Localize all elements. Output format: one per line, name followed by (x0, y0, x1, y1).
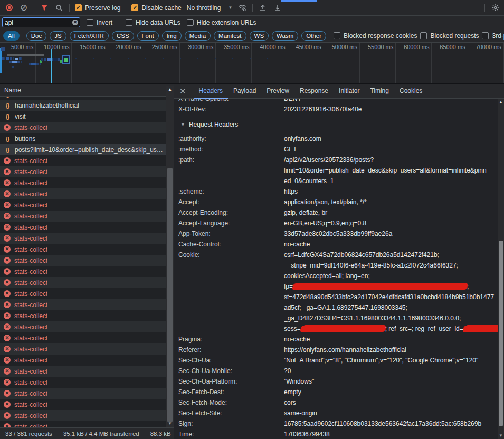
request-row[interactable]: ✕stats-collect (0, 310, 166, 321)
tab-initiator[interactable]: Initiator (334, 84, 365, 99)
request-row[interactable]: ✕stats-collect (0, 244, 166, 255)
request-row[interactable]: ✕stats-collect (0, 266, 166, 277)
clear-filter-icon[interactable]: ✕ (72, 20, 78, 25)
network-conditions-icon[interactable] (237, 3, 247, 13)
request-row[interactable]: ✕stats-collect (0, 122, 166, 133)
tab-headers[interactable]: Headers (194, 84, 228, 99)
search-icon[interactable] (54, 3, 64, 13)
filter-chip-img[interactable]: Img (162, 31, 182, 41)
filter-chip-css[interactable]: CSS (112, 31, 134, 41)
request-row[interactable]: ✕stats-collect (0, 343, 166, 355)
request-name: stats-collect (14, 224, 47, 231)
record-button[interactable] (4, 3, 14, 13)
request-row[interactable]: ✕stats-collect (0, 355, 166, 366)
filter-icon[interactable] (40, 3, 49, 13)
request-row[interactable]: {}visit (0, 111, 166, 122)
tab-cookies[interactable]: Cookies (394, 84, 427, 99)
tab-timing[interactable]: Timing (365, 84, 394, 99)
filter-chip-media[interactable]: Media (185, 31, 211, 41)
summary-divider (58, 430, 58, 437)
blocked-response-cookies-checkbox[interactable]: Blocked response cookies (334, 32, 417, 40)
filter-chip-js[interactable]: JS (50, 31, 66, 41)
request-row[interactable]: ✕stats-collect (0, 377, 166, 388)
scrollbar-thumb[interactable] (167, 168, 173, 422)
clear-icon[interactable]: ⊘ (19, 3, 28, 13)
request-headers-section[interactable]: ▼ Request Headers (178, 118, 504, 131)
request-row[interactable]: ✕stats-collect (0, 177, 166, 188)
header-name: X-Of-Rev: (178, 104, 284, 114)
filter-chip-wasm[interactable]: Wasm (272, 31, 298, 41)
filter-chip-manifest[interactable]: Manifest (214, 31, 246, 41)
preserve-log-checkbox[interactable]: Preserve log (75, 4, 120, 12)
request-row[interactable]: ✕stats-collect (0, 410, 166, 421)
request-row[interactable]: ✕stats-collect (0, 399, 166, 410)
scroll-down-icon[interactable]: ▼ (498, 433, 504, 438)
request-row[interactable]: {}posts?limit=10&order=publish_date_desc… (0, 144, 166, 155)
request-row[interactable]: ✕stats-collect (0, 388, 166, 399)
request-row[interactable]: ✕stats-collect (0, 332, 166, 343)
filter-chip-other[interactable]: Other (301, 31, 326, 41)
header-value: no-cache (284, 239, 498, 250)
tab-preview[interactable]: Preview (261, 84, 294, 99)
close-icon[interactable]: ✕ (179, 87, 186, 96)
disable-cache-checkbox[interactable]: Disable cache (131, 4, 181, 12)
request-row[interactable]: ✕stats-collect (0, 255, 166, 266)
request-row[interactable]: {}hannahelizabethofficial (0, 100, 166, 111)
request-row[interactable]: ✕stats-collect (0, 321, 166, 332)
json-icon: {} (4, 136, 11, 142)
waterfall-bar (47, 58, 51, 61)
filter-field: ✕ (2, 17, 80, 27)
third-party-requests-checkbox[interactable]: 3rd-party requests (482, 32, 504, 40)
request-row[interactable]: ✕stats-collect (0, 155, 166, 166)
toolbar-divider (126, 4, 126, 12)
filter-chip-all[interactable]: All (3, 31, 20, 41)
scrollbar-thumb[interactable] (499, 241, 503, 426)
blocked-requests-checkbox[interactable]: Blocked requests (420, 32, 479, 40)
timeline-column: 30000 ms (180, 43, 216, 83)
waterfall-bar (36, 63, 39, 65)
request-row[interactable]: ✕stats-collect (0, 211, 166, 222)
settings-gear-icon[interactable] (490, 3, 500, 13)
request-row[interactable]: ✕stats-collect (0, 277, 166, 288)
filter-chip-font[interactable]: Font (137, 31, 159, 41)
scroll-down-icon[interactable]: ▼ (166, 421, 174, 426)
filter-chip-fetch-xhr[interactable]: Fetch/XHR (70, 31, 109, 41)
invert-checkbox[interactable]: Invert (87, 19, 112, 26)
request-row[interactable]: ✕stats-collect (0, 288, 166, 299)
request-row[interactable]: ✕stats-collect (0, 222, 166, 233)
filter-chip-ws[interactable]: WS (250, 31, 269, 41)
request-row[interactable]: {}buttons (0, 133, 166, 144)
export-har-icon[interactable] (273, 3, 282, 13)
request-row[interactable]: ✕stats-collect (0, 166, 166, 177)
tab-response[interactable]: Response (294, 84, 334, 99)
preserve-log-label: Preserve log (85, 4, 120, 12)
hide-data-urls-checkbox[interactable]: Hide data URLs (126, 19, 180, 26)
waterfall-bar (41, 58, 43, 61)
filter-chip-doc[interactable]: Doc (26, 31, 46, 41)
name-column-header[interactable]: Name (0, 84, 174, 97)
request-row[interactable]: ✕stats-collect (0, 299, 166, 310)
header-name: Cache-Control: (178, 239, 284, 250)
throttling-select[interactable]: No throttling ▼ (187, 4, 233, 12)
waterfall-bar (10, 57, 12, 60)
hide-extension-urls-checkbox[interactable]: Hide extension URLs (187, 19, 256, 26)
request-row[interactable]: ✕stats-collect (0, 421, 166, 427)
request-row[interactable]: ✕stats-collect (0, 233, 166, 244)
error-icon: ✕ (4, 168, 11, 175)
import-har-icon[interactable] (258, 3, 268, 13)
tab-payload[interactable]: Payload (228, 84, 261, 99)
request-row[interactable]: ✕stats-collect (0, 188, 166, 199)
request-row[interactable]: ✕stats-collect (0, 366, 166, 377)
scroll-up-icon[interactable]: ▲ (498, 100, 504, 104)
request-name: posts?limit=10&order=publish_date_desc&s… (15, 146, 166, 154)
scroll-up-icon[interactable]: ▲ (166, 87, 174, 92)
filter-input[interactable] (3, 19, 66, 26)
header-name: Sec-Fetch-Site: (178, 408, 284, 418)
request-row[interactable]: ✕stats-collect (0, 199, 166, 211)
timeline-overview[interactable]: 5000 ms10000 ms15000 ms20000 ms25000 ms3… (0, 43, 504, 84)
request-list-scrollbar[interactable]: ▲ ▼ (166, 86, 174, 427)
json-icon: {} (4, 147, 11, 153)
timeline-column: 40000 ms (252, 43, 288, 83)
details-scrollbar[interactable]: ▲ ▼ (498, 99, 504, 439)
header-row: :path:/api2/v2/users/20572336/posts?limi… (178, 155, 498, 186)
